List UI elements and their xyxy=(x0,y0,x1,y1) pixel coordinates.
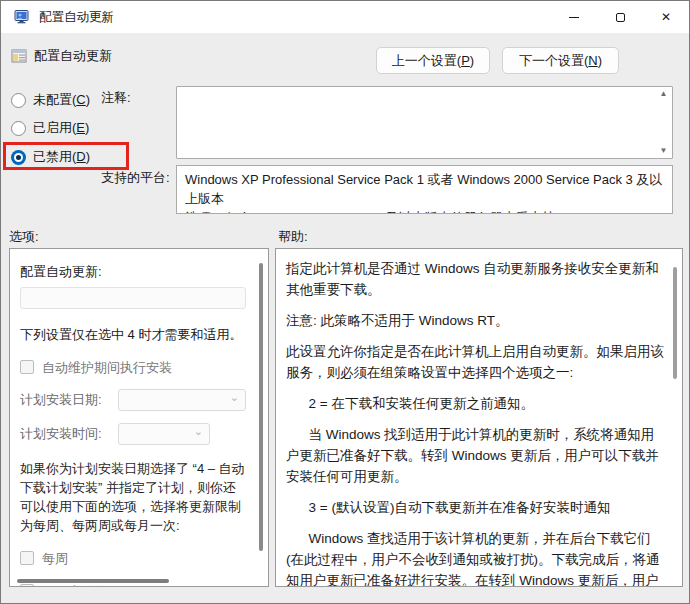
radio-enabled[interactable]: 已启用(E) xyxy=(11,120,89,136)
nc-key: C xyxy=(76,92,85,107)
help-panel: 指定此计算机是否通过 Windows 自动更新服务接收安全更新和其他重要下载。 … xyxy=(275,248,683,587)
comment-label: 注释: xyxy=(101,89,131,107)
options-vertical-scrollbar[interactable] xyxy=(259,263,263,551)
prev-label-key: P xyxy=(461,53,470,68)
help-paragraph: 当 Windows 找到适用于此计算机的更新时，系统将通知用户更新已准备好下载。… xyxy=(286,424,664,487)
next-label-pre: 下一个设置( xyxy=(519,53,588,68)
window-title: 配置自动更新 xyxy=(39,9,114,26)
install-day-combobox: ⌄ xyxy=(118,389,246,411)
nc-pre: 未配置( xyxy=(33,92,76,107)
weekly-checkbox-row: 每周 xyxy=(20,550,246,568)
radio-label-disabled: 已禁用(D) xyxy=(33,148,90,166)
next-label-key: N xyxy=(588,53,597,68)
install-time-combobox: ⌄ xyxy=(118,423,210,445)
en-key: E xyxy=(76,120,85,135)
options-panel: 配置自动更新: 下列设置仅在选中 4 时才需要和适用。 自动维护期间执行安装 计… xyxy=(9,248,269,587)
install-day-row: 计划安装日期: ⌄ xyxy=(20,389,246,411)
close-button[interactable]: ✕ xyxy=(643,1,689,33)
help-paragraph: 3 = (默认设置)自动下载更新并在准备好安装时通知 xyxy=(286,497,664,518)
first-week-checkbox-row: 一月中的第一周 xyxy=(20,583,246,587)
help-paragraph: 此设置允许你指定是否在此计算机上启用自动更新。如果启用该服务，则必须在组策略设置… xyxy=(286,341,664,383)
caption-buttons: ✕ xyxy=(551,1,689,33)
setting-icon xyxy=(11,48,27,64)
en-pre: 已启用( xyxy=(33,120,76,135)
weekly-checkbox xyxy=(20,551,34,565)
setting-head: 配置自动更新 xyxy=(11,47,112,65)
radio-label-not-configured: 未配置(C) xyxy=(33,91,90,109)
chevron-down-icon: ⌄ xyxy=(194,425,203,438)
next-setting-button[interactable]: 下一个设置(N) xyxy=(502,47,619,74)
nc-suf: ) xyxy=(86,92,90,107)
options-horizontal-scrollbar[interactable] xyxy=(17,579,169,583)
policy-setting-window: 配置自动更新 ✕ 配置自动更新 上一个设置(P) 下一个设置(N) 未配置(C) xyxy=(0,0,690,604)
comment-box: ▲ ▼ xyxy=(176,86,673,159)
comment-scrollbar[interactable]: ▲ ▼ xyxy=(655,87,672,158)
auto-update-mode-combobox xyxy=(20,287,246,309)
close-icon: ✕ xyxy=(661,11,671,23)
supported-text-1: Windows XP Professional Service Pack 1 或… xyxy=(185,170,664,208)
maximize-button[interactable] xyxy=(597,1,643,33)
radio-not-configured[interactable]: 未配置(C) xyxy=(11,92,90,108)
comment-input[interactable] xyxy=(177,87,655,158)
supported-text-2: 选项 7 仅在 Windows Server 2016 及以上版本的服务器上受支… xyxy=(185,208,664,214)
policy-app-icon xyxy=(14,9,30,25)
titlebar: 配置自动更新 ✕ xyxy=(1,1,689,33)
help-vertical-scrollbar[interactable] xyxy=(673,267,677,379)
header-row: 配置自动更新 上一个设置(P) 下一个设置(N) xyxy=(1,33,689,79)
setting-title: 配置自动更新 xyxy=(34,47,112,65)
install-time-label: 计划安装时间: xyxy=(20,425,118,443)
maintenance-checkbox-row: 自动维护期间执行安装 xyxy=(20,359,246,377)
dis-key: D xyxy=(76,149,85,164)
dis-suf: ) xyxy=(86,149,90,164)
scroll-down-icon[interactable]: ▼ xyxy=(660,147,668,155)
maximize-icon xyxy=(616,13,625,22)
first-week-checkbox xyxy=(20,584,34,587)
help-paragraph: 注意: 此策略不适用于 Windows RT。 xyxy=(286,310,664,331)
chevron-down-icon: ⌄ xyxy=(230,391,239,404)
en-suf: ) xyxy=(85,120,89,135)
maintenance-checkbox xyxy=(20,360,34,374)
install-time-row: 计划安装时间: ⌄ xyxy=(20,423,246,445)
minimize-button[interactable] xyxy=(551,1,597,33)
scroll-up-icon[interactable]: ▲ xyxy=(660,90,668,98)
options-setting-label: 配置自动更新: xyxy=(20,263,246,281)
options-header: 选项: xyxy=(9,228,39,246)
radio-circle-disabled xyxy=(11,150,26,165)
supported-on-box: Windows XP Professional Service Pack 1 或… xyxy=(176,165,673,214)
dis-pre: 已禁用( xyxy=(33,149,76,164)
help-paragraph: Windows 查找适用于该计算机的更新，并在后台下载它们(在此过程中，用户不会… xyxy=(286,528,664,587)
first-week-checkbox-label: 一月中的第一周 xyxy=(42,583,133,587)
radio-disabled[interactable]: 已禁用(D) xyxy=(11,149,90,165)
maintenance-checkbox-label: 自动维护期间执行安装 xyxy=(42,359,172,377)
radio-circle-not-configured xyxy=(11,93,26,108)
supported-on-label: 支持的平台: xyxy=(101,169,170,187)
weekly-checkbox-label: 每周 xyxy=(42,550,68,568)
prev-label-pre: 上一个设置( xyxy=(392,53,461,68)
help-paragraph: 指定此计算机是否通过 Windows 自动更新服务接收安全更新和其他重要下载。 xyxy=(286,258,664,300)
radio-circle-enabled xyxy=(11,121,26,136)
next-label-suf: ) xyxy=(598,53,602,68)
radio-label-enabled: 已启用(E) xyxy=(33,119,89,137)
install-day-label: 计划安装日期: xyxy=(20,391,118,409)
previous-setting-button[interactable]: 上一个设置(P) xyxy=(376,47,490,74)
minimize-icon xyxy=(569,17,579,18)
help-header: 帮助: xyxy=(278,228,308,246)
help-text: 指定此计算机是否通过 Windows 自动更新服务接收安全更新和其他重要下载。 … xyxy=(286,258,664,587)
schedule-note: 如果你为计划安装日期选择了 “4 – 自动下载计划安装” 并指定了计划，则你还可… xyxy=(20,459,246,535)
help-paragraph: 2 = 在下载和安装任何更新之前通知。 xyxy=(286,393,664,414)
prev-label-suf: ) xyxy=(470,53,474,68)
options-note: 下列设置仅在选中 4 时才需要和适用。 xyxy=(20,325,246,344)
